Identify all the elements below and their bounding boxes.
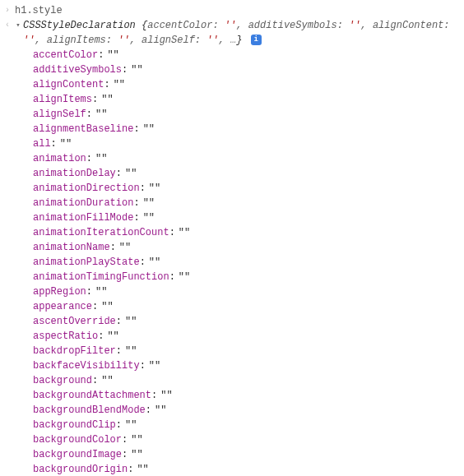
property-key: alignSelf [33, 107, 86, 122]
property-row[interactable]: ascentOverride:"" [33, 314, 464, 329]
summary-key: alignItems [47, 35, 106, 46]
property-row[interactable]: backgroundImage:"" [33, 447, 464, 462]
property-row[interactable]: alignmentBaseline:"" [33, 122, 464, 136]
property-key: backgroundImage [33, 447, 122, 462]
property-key: aspectRatio [33, 329, 98, 344]
summary-key: alignContent [373, 20, 443, 31]
property-key: additiveSymbols [33, 62, 122, 77]
property-key: animation [33, 151, 86, 166]
property-value: "" [179, 225, 190, 240]
summary-key: alignSelf [142, 35, 195, 46]
property-key: animationIterationCount [33, 225, 169, 240]
console-result-row: ‹ ▾ CSSStyleDeclaration {accentColor: ''… [0, 18, 464, 48]
property-value: "" [137, 462, 148, 476]
property-value: "" [95, 107, 107, 122]
property-key: background [33, 373, 92, 388]
property-value: "" [125, 418, 137, 432]
property-key: backgroundAttachment [33, 388, 151, 403]
info-badge-icon[interactable]: i [251, 35, 262, 45]
property-key: backfaceVisibility [33, 358, 140, 373]
property-value: "" [131, 62, 142, 77]
property-row[interactable]: backgroundAttachment:"" [33, 388, 464, 403]
property-key: animationTimingFunction [33, 270, 169, 284]
property-value: "" [125, 344, 137, 358]
input-prompt-icon: › [2, 3, 13, 18]
property-row[interactable]: animationName:"" [33, 240, 464, 255]
property-key: animationDuration [33, 196, 133, 210]
summary-value: '' [206, 35, 218, 46]
summary-key: accentColor [147, 20, 212, 31]
property-value: "" [143, 122, 155, 136]
output-prompt-icon: ‹ [2, 18, 13, 33]
property-key: animationName [33, 240, 110, 255]
property-value: "" [95, 284, 107, 299]
property-value: "" [107, 48, 118, 62]
property-value: "" [95, 151, 107, 166]
property-value: "" [143, 210, 155, 225]
expand-toggle-icon[interactable]: ▾ [13, 18, 23, 33]
property-row[interactable]: all:"" [33, 136, 464, 151]
property-value: "" [149, 255, 160, 270]
property-value: "" [60, 136, 72, 151]
object-type-name: CSSStyleDeclaration [23, 20, 136, 31]
property-value: "" [179, 270, 190, 284]
property-row[interactable]: appRegion:"" [33, 284, 464, 299]
property-row[interactable]: animationPlayState:"" [33, 255, 464, 270]
property-row[interactable]: animationDelay:"" [33, 166, 464, 181]
property-row[interactable]: backgroundBlendMode:"" [33, 403, 464, 418]
property-key: ascentOverride [33, 314, 116, 329]
property-row[interactable]: alignContent:"" [33, 77, 464, 92]
property-row[interactable]: alignItems:"" [33, 92, 464, 107]
property-key: appearance [33, 299, 92, 314]
property-row[interactable]: animationIterationCount:"" [33, 225, 464, 240]
property-row[interactable]: backgroundColor:"" [33, 432, 464, 447]
property-row[interactable]: backgroundClip:"" [33, 418, 464, 432]
property-row[interactable]: alignSelf:"" [33, 107, 464, 122]
summary-value: '' [225, 20, 236, 31]
property-key: all [33, 136, 51, 151]
object-summary[interactable]: CSSStyleDeclaration {accentColor: '', ad… [23, 18, 462, 48]
property-key: animationFillMode [33, 210, 133, 225]
property-row[interactable]: animationTimingFunction:"" [33, 270, 464, 284]
property-value: "" [131, 447, 142, 462]
property-value: "" [107, 329, 118, 344]
object-properties-list: accentColor:""additiveSymbols:""alignCon… [0, 48, 464, 476]
property-key: alignItems [33, 92, 92, 107]
property-row[interactable]: backgroundOrigin:"" [33, 462, 464, 476]
property-value: "" [131, 432, 142, 447]
property-row[interactable]: backfaceVisibility:"" [33, 358, 464, 373]
property-value: "" [149, 181, 160, 196]
summary-value: '' [118, 35, 129, 46]
property-row[interactable]: appearance:"" [33, 299, 464, 314]
summary-key: additiveSymbols [248, 20, 337, 31]
property-row[interactable]: animationDirection:"" [33, 181, 464, 196]
property-key: backgroundColor [33, 432, 122, 447]
property-row[interactable]: background:"" [33, 373, 464, 388]
property-row[interactable]: additiveSymbols:"" [33, 62, 464, 77]
property-row[interactable]: animationDuration:"" [33, 196, 464, 210]
property-value: "" [101, 299, 113, 314]
property-row[interactable]: aspectRatio:"" [33, 329, 464, 344]
input-expression[interactable]: h1.style [13, 3, 63, 18]
property-key: appRegion [33, 284, 86, 299]
property-value: "" [143, 196, 155, 210]
property-key: backdropFilter [33, 344, 116, 358]
property-key: animationDirection [33, 181, 140, 196]
property-value: "" [125, 166, 137, 181]
property-key: alignmentBaseline [33, 122, 133, 136]
property-row[interactable]: animation:"" [33, 151, 464, 166]
summary-value: '' [23, 35, 35, 46]
property-key: accentColor [33, 48, 98, 62]
property-value: "" [114, 77, 125, 92]
property-value: "" [101, 373, 113, 388]
summary-value: '' [349, 20, 360, 31]
property-key: alignContent [33, 77, 104, 92]
property-row[interactable]: accentColor:"" [33, 48, 464, 62]
property-row[interactable]: animationFillMode:"" [33, 210, 464, 225]
property-row[interactable]: backdropFilter:"" [33, 344, 464, 358]
property-key: backgroundBlendMode [33, 403, 146, 418]
property-key: animationPlayState [33, 255, 140, 270]
property-key: animationDelay [33, 166, 116, 181]
property-value: "" [160, 388, 172, 403]
property-value: "" [125, 314, 137, 329]
